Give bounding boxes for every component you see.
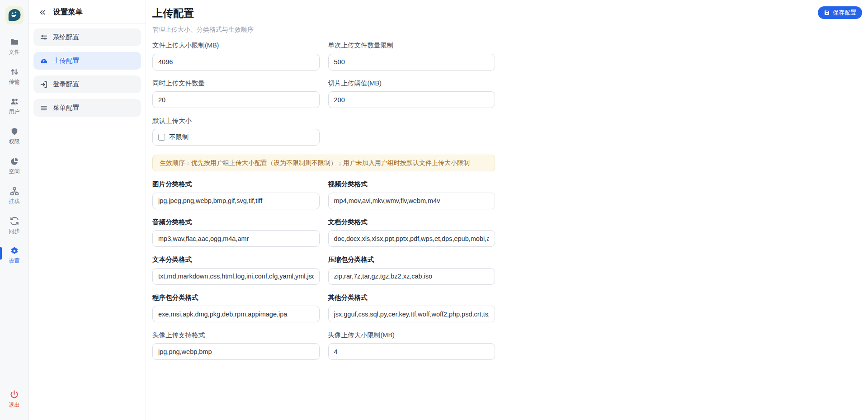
field-label: 文件上传大小限制(MB) [152, 42, 320, 49]
app-logo[interactable] [5, 6, 24, 24]
rail-label-settings: 设置 [9, 258, 20, 264]
rail-label-sync: 同步 [9, 228, 20, 234]
archive-formats-input[interactable] [328, 268, 495, 285]
sidebar-item-users[interactable]: 用户 [0, 90, 28, 120]
field-text-formats: 文本分类格式 [152, 256, 320, 284]
unlimited-option-box[interactable]: 不限制 [152, 129, 320, 146]
submenu-divider [29, 24, 146, 24]
save-button-label: 保存配置 [833, 9, 856, 17]
upload-config-form: 文件上传大小限制(MB) 单次上传文件数量限制 同时上传文件数量 切片上传阈值(… [152, 42, 495, 360]
field-label: 切片上传阈值(MB) [328, 80, 495, 87]
gear-icon [9, 246, 19, 256]
page-title: 上传配置 [152, 8, 194, 19]
avatar-size-limit-input[interactable] [328, 343, 495, 360]
menu-item-menu-config[interactable]: 菜单配置 [33, 99, 141, 117]
power-icon [9, 390, 19, 399]
menu-item-upload-config[interactable]: 上传配置 [33, 52, 141, 70]
unlimited-checkbox[interactable] [158, 134, 165, 141]
sitemap-icon [9, 186, 19, 196]
sidebar-item-settings[interactable]: 设置 [0, 240, 28, 269]
rail-label-space: 空间 [9, 169, 20, 174]
rail-label-transfer: 传输 [9, 79, 20, 85]
menu-item-label: 菜单配置 [53, 104, 79, 112]
field-label: 头像上传支持格式 [152, 331, 320, 339]
field-label: 程序包分类格式 [152, 294, 320, 302]
image-formats-input[interactable] [152, 193, 320, 209]
menu-lines-icon [40, 104, 48, 112]
sidebar-item-space[interactable]: 空间 [0, 150, 28, 180]
main-content: 上传配置 保存配置 管理上传大小、分类格式与生效顺序 文件上传大小限制(MB) … [146, 0, 868, 420]
app-rail: 文件 传输 用户 权限 [0, 0, 29, 420]
field-avatar-size-limit: 头像上传大小限制(MB) [328, 331, 495, 360]
active-indicator [0, 247, 2, 260]
field-per-upload-count-limit: 单次上传文件数量限制 [328, 42, 495, 70]
menu-item-label: 系统配置 [53, 33, 79, 42]
menu-item-label: 登录配置 [53, 80, 79, 89]
cloud-upload-icon [40, 57, 48, 65]
sync-icon [9, 216, 19, 226]
field-label: 头像上传大小限制(MB) [328, 331, 495, 339]
effective-order-notice: 生效顺序：优先按用户组上传大小配置（设为不限制则不限制）；用户未加入用户组时按默… [152, 155, 495, 171]
rail-label-users: 用户 [9, 109, 20, 114]
chevrons-left-icon [38, 8, 47, 17]
rail-label-mount: 挂载 [9, 198, 20, 204]
field-label: 默认上传大小 [152, 117, 320, 125]
menu-item-login-config[interactable]: 登录配置 [33, 76, 141, 93]
save-config-button[interactable]: 保存配置 [818, 6, 862, 19]
field-chunk-upload-threshold: 切片上传阈值(MB) [328, 80, 495, 108]
file-upload-size-limit-input[interactable] [152, 54, 320, 71]
field-label: 压缩包分类格式 [328, 256, 495, 264]
field-label: 文本分类格式 [152, 256, 320, 264]
document-formats-input[interactable] [328, 230, 495, 247]
field-archive-formats: 压缩包分类格式 [328, 256, 495, 284]
field-program-formats: 程序包分类格式 [152, 294, 320, 322]
program-formats-input[interactable] [152, 306, 320, 322]
chunk-upload-threshold-input[interactable] [328, 91, 495, 108]
collapse-sidebar-button[interactable] [38, 8, 47, 17]
folder-icon [9, 37, 19, 47]
settings-submenu: 设置菜单 系统配置 上传配置 [29, 0, 146, 420]
logout-label: 退出 [9, 401, 20, 409]
field-default-upload-size: 默认上传大小 不限制 [152, 117, 320, 146]
login-icon [40, 80, 48, 89]
rail-nav: 文件 传输 用户 权限 [0, 31, 28, 269]
save-icon [824, 9, 830, 16]
video-formats-input[interactable] [328, 193, 495, 209]
menu-item-system-config[interactable]: 系统配置 [33, 28, 141, 46]
sidebar-item-transfer[interactable]: 传输 [0, 61, 28, 90]
text-formats-input[interactable] [152, 268, 320, 285]
per-upload-count-limit-input[interactable] [328, 54, 495, 71]
field-label: 视频分类格式 [328, 180, 495, 188]
rail-label-files: 文件 [9, 49, 20, 55]
field-label: 图片分类格式 [152, 180, 320, 188]
audio-formats-input[interactable] [152, 230, 320, 247]
sidebar-item-mount[interactable]: 挂载 [0, 180, 28, 210]
logout-button[interactable]: 退出 [9, 390, 20, 409]
field-label: 单次上传文件数量限制 [328, 42, 495, 49]
field-avatar-formats: 头像上传支持格式 [152, 331, 320, 360]
users-icon [9, 97, 19, 107]
field-file-upload-size-limit: 文件上传大小限制(MB) [152, 42, 320, 70]
field-label: 同时上传文件数量 [152, 80, 320, 87]
sidebar-item-files[interactable]: 文件 [0, 31, 28, 61]
field-other-formats: 其他分类格式 [328, 294, 495, 322]
page-header: 上传配置 保存配置 [152, 6, 862, 19]
concurrent-upload-count-input[interactable] [152, 91, 320, 108]
submenu-list: 系统配置 上传配置 登录配置 [33, 28, 141, 117]
sliders-icon [40, 33, 48, 42]
shield-icon [9, 127, 19, 137]
field-concurrent-upload-count: 同时上传文件数量 [152, 80, 320, 108]
sidebar-item-sync[interactable]: 同步 [0, 210, 28, 240]
avatar-formats-input[interactable] [152, 343, 320, 360]
other-formats-input[interactable] [328, 306, 495, 322]
submenu-header: 设置菜单 [33, 6, 141, 24]
rail-label-permissions: 权限 [9, 139, 20, 144]
pie-chart-icon [9, 156, 19, 166]
sidebar-item-permissions[interactable]: 权限 [0, 120, 28, 150]
transfer-arrows-icon [9, 67, 19, 77]
menu-item-label: 上传配置 [53, 57, 79, 65]
field-label: 其他分类格式 [328, 294, 495, 302]
field-document-formats: 文档分类格式 [328, 218, 495, 247]
field-image-formats: 图片分类格式 [152, 180, 320, 209]
field-video-formats: 视频分类格式 [328, 180, 495, 209]
